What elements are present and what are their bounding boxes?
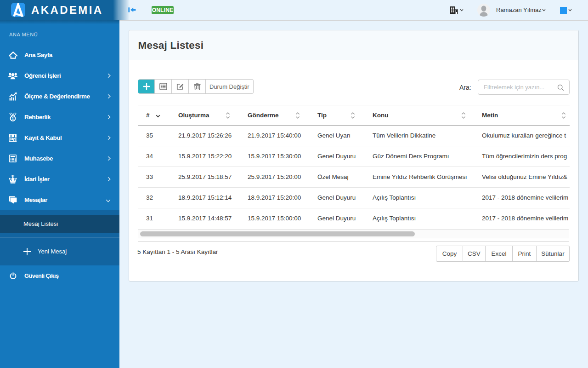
svg-text:1: 1	[11, 116, 14, 121]
